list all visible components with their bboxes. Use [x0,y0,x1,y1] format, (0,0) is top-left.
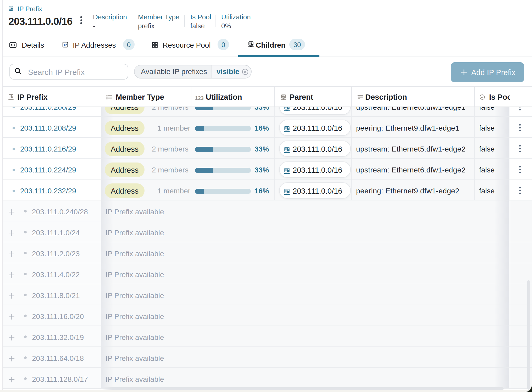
svg-text:IP: IP [64,43,66,46]
